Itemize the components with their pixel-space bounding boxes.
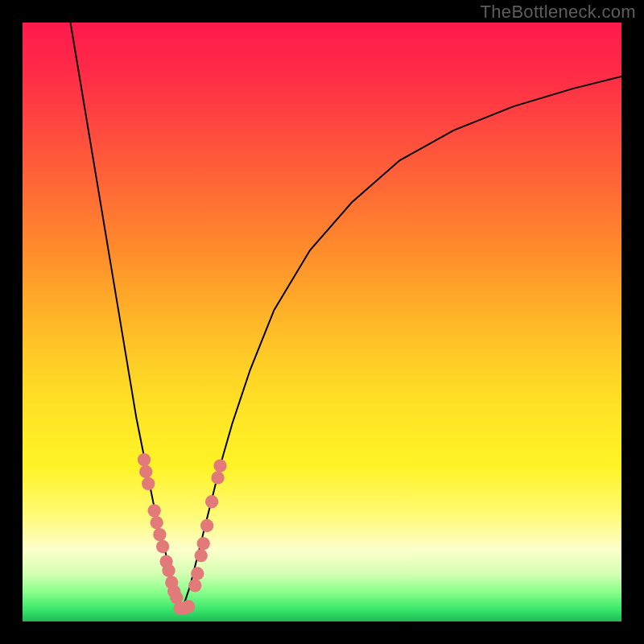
marker-point (148, 504, 161, 517)
curve-right (181, 76, 621, 609)
marker-point (150, 516, 163, 529)
marker-point (138, 453, 151, 466)
marker-point (205, 495, 218, 508)
marker-point (197, 537, 210, 550)
plot-area (23, 23, 621, 621)
marker-point (195, 549, 208, 562)
curve-left (71, 23, 182, 609)
marker-point (153, 528, 166, 541)
marker-point (213, 459, 226, 472)
marker-point (156, 540, 169, 553)
marker-point (211, 471, 224, 484)
chart-frame: TheBottleneck.com (0, 0, 644, 644)
marker-point (142, 477, 155, 490)
marker-point (162, 564, 175, 577)
marker-point (200, 519, 213, 532)
chart-svg (23, 23, 621, 621)
marker-point (191, 567, 204, 580)
chart-markers (138, 453, 227, 615)
marker-point (188, 579, 201, 592)
marker-point (139, 465, 152, 478)
marker-point (182, 600, 195, 613)
watermark-text: TheBottleneck.com (481, 2, 636, 23)
